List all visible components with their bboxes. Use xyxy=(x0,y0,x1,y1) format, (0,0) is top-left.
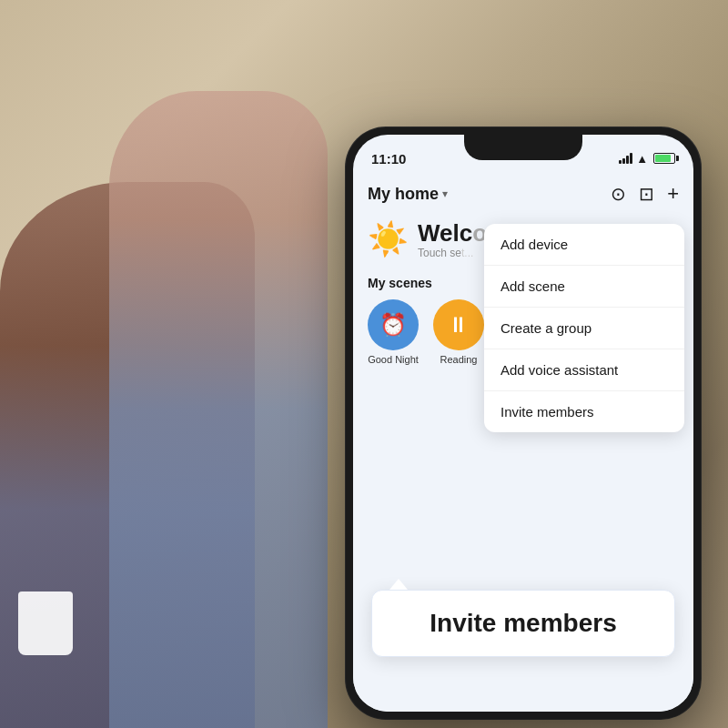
good-night-icon-bg: ⏰ xyxy=(368,299,419,350)
person2-silhouette xyxy=(109,91,328,728)
dropdown-menu: Add device Add scene Create a group Add … xyxy=(484,224,684,432)
chevron-down-icon: ▾ xyxy=(442,187,448,200)
reading-icon: ⏸ xyxy=(448,312,470,338)
app-content: My home ▾ ⊙ ⊡ + ☀️ Welcome Touch set... xyxy=(353,175,693,712)
tooltip-arrow xyxy=(389,579,408,590)
menu-item-invite-members[interactable]: Invite members xyxy=(484,391,684,432)
scene-item-goodnight[interactable]: ⏰ Good Night xyxy=(368,299,419,365)
menu-item-add-device[interactable]: Add device xyxy=(484,224,684,266)
battery-fill xyxy=(655,155,671,162)
sun-icon: ☀️ xyxy=(368,220,409,258)
battery-icon xyxy=(653,153,675,164)
coffee-mug xyxy=(18,592,73,655)
scan-icon[interactable]: ⊙ xyxy=(611,183,626,205)
header-icons: ⊙ ⊡ + xyxy=(611,182,679,206)
phone-notch xyxy=(464,135,582,160)
home-title: My home xyxy=(368,185,439,204)
home-selector[interactable]: My home ▾ xyxy=(368,185,448,204)
phone-screen: 11:10 ▲ xyxy=(353,135,693,712)
wifi-icon: ▲ xyxy=(636,152,648,166)
reading-icon-bg: ⏸ xyxy=(433,299,484,350)
phone-frame: 11:10 ▲ xyxy=(346,127,701,719)
app-header: My home ▾ ⊙ ⊡ + xyxy=(353,175,693,211)
phone-device: 11:10 ▲ xyxy=(346,127,701,719)
scene-item-reading[interactable]: ⏸ Reading xyxy=(433,299,484,365)
menu-item-add-voice-assistant[interactable]: Add voice assistant xyxy=(484,349,684,391)
tooltip-box: Invite members xyxy=(371,590,675,657)
status-icons: ▲ xyxy=(619,152,675,166)
tooltip-container: Invite members xyxy=(371,579,675,657)
menu-item-add-scene[interactable]: Add scene xyxy=(484,266,684,308)
edit-icon[interactable]: ⊡ xyxy=(639,183,654,205)
tooltip-text: Invite members xyxy=(390,609,656,638)
signal-icon xyxy=(619,153,632,164)
good-night-label: Good Night xyxy=(368,354,419,365)
add-icon[interactable]: + xyxy=(667,182,679,206)
status-time: 11:10 xyxy=(371,151,406,167)
good-night-icon: ⏰ xyxy=(379,312,407,338)
reading-label: Reading xyxy=(440,354,478,365)
menu-item-create-group[interactable]: Create a group xyxy=(484,308,684,349)
